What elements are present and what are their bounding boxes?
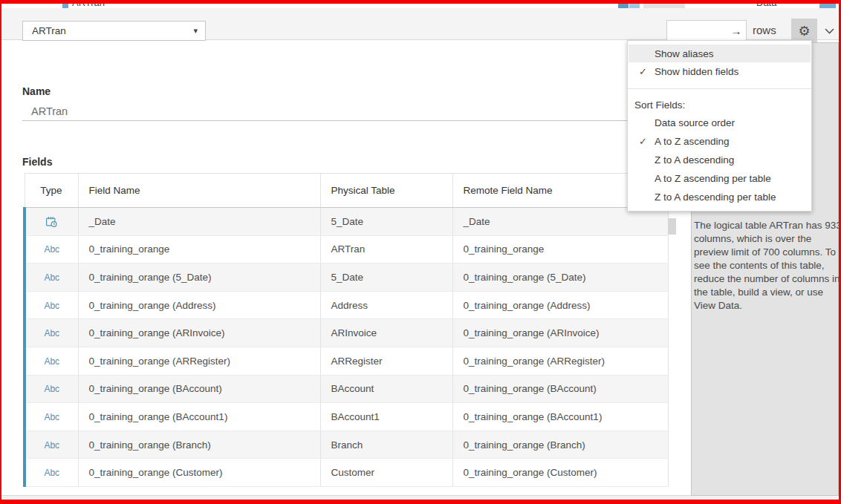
dropdown-caret-icon: ▾ [193,26,198,36]
type-cell: Abc [25,403,78,431]
string-type-icon: Abc [44,412,59,422]
physical-table-cell: ARInvoice [320,319,452,347]
remote-field-name-cell: 0_training_orange (ARInvoice) [452,319,668,347]
go-to-row-field[interactable]: → [666,20,747,42]
table-row[interactable]: Abc0_training_orangeARTran0_training_ora… [25,235,668,264]
string-type-icon: Abc [44,272,59,283]
field-name-cell: 0_training_orange (BAccount) [78,375,320,403]
gear-icon: ⚙ [798,24,810,38]
table-row[interactable]: Abc0_training_orange (Branch)Branch0_tra… [25,431,668,459]
collapse-preview-button[interactable] [819,19,839,44]
menu-item-show-hidden-fields[interactable]: ✓Show hidden fields [629,62,811,80]
checkmark-icon: ✓ [629,66,655,77]
string-type-icon: Abc [44,244,59,255]
physical-table-cell: ARRegister [320,347,452,375]
physical-table-cell: 5_Date [320,264,452,292]
physical-table-cell: BAccount [320,375,452,403]
menu-item-data-source-order[interactable]: Data source order [629,114,811,132]
settings-menu: Show aliases✓Show hidden fields Sort Fie… [627,40,812,212]
physical-table-cell: BAccount1 [320,403,452,431]
go-to-row-input[interactable] [667,21,727,41]
field-name-cell: 0_training_orange (BAccount1) [78,403,320,431]
menu-item-label: Z to A descending [655,154,734,166]
menu-item-label: Show aliases [655,48,714,59]
type-cell: Abc [25,459,78,487]
rows-label: rows [753,24,776,36]
field-name-cell: 0_training_orange (ARRegister) [78,347,320,375]
datetime-type-icon [45,216,58,228]
checkmark-icon: ✓ [629,136,655,147]
tableau-edit-logical-table-dialog: ARTran Data ARTran ▾ → rows ⚙ Name ARTra… [0,0,841,504]
string-type-icon: Abc [44,356,59,367]
menu-item-show-aliases[interactable]: Show aliases [629,45,811,62]
chevron-down-icon [825,28,834,34]
name-input-underline [22,120,666,121]
table-row[interactable]: Abc0_training_orange (ARRegister)ARRegis… [25,347,668,375]
remote-field-name-cell: 0_training_orange (Customer) [452,459,668,487]
table-row[interactable]: Abc0_training_orange (Address)Address0_t… [25,291,668,319]
type-cell: Abc [25,431,78,459]
physical-table-cell: Branch [320,431,452,459]
table-row[interactable]: Abc0_training_orange (Customer)Customer0… [25,459,668,487]
menu-item-z-to-a-descending[interactable]: Z to A descending [629,151,811,169]
menu-divider [628,88,811,89]
remote-field-name-cell: 0_training_orange (Branch) [452,431,668,459]
field-name-cell: 0_training_orange (Address) [78,291,320,319]
string-type-icon: Abc [44,384,59,394]
string-type-icon: Abc [44,440,59,451]
type-cell [25,208,78,236]
fields-table: Type Field Name Physical Table Remote Fi… [23,173,669,487]
field-name-cell: 0_training_orange [78,235,320,264]
physical-table-cell: ARTran [320,235,452,264]
menu-item-z-to-a-descending-per-table[interactable]: Z to A descending per table [629,188,811,206]
header-field-name: Field Name [78,174,320,208]
menu-item-label: Data source order [655,117,735,128]
type-cell: Abc [25,375,78,403]
string-type-icon: Abc [44,301,59,311]
menu-item-label: Show hidden fields [655,66,738,77]
go-to-row-arrow-icon[interactable]: → [727,24,746,37]
menu-item-label: A to Z ascending per table [655,173,771,184]
menu-item-label: A to Z ascending [655,136,730,147]
remote-field-name-cell: 0_training_orange [452,235,668,264]
remote-field-name-cell: 0_training_orange (ARRegister) [452,347,668,375]
string-type-icon: Abc [44,328,59,338]
table-vertical-scrollbar[interactable] [668,218,676,235]
field-name-cell: _Date [78,208,320,236]
remote-field-name-cell: 0_training_orange (BAccount) [452,375,668,403]
sort-fields-section-label: Sort Fields: [628,96,811,114]
table-row[interactable]: _Date5_Date_Date [25,208,668,236]
remote-field-name-cell: _Date [452,208,668,236]
menu-item-a-to-z-ascending[interactable]: ✓A to Z ascending [629,132,811,151]
table-name-input[interactable]: ARTran [31,105,68,117]
table-selector-value: ARTran [32,25,66,36]
table-selector-dropdown[interactable]: ARTran ▾ [22,21,206,41]
settings-menu-sort-group: Data source order✓A to Z ascendingZ to A… [628,114,811,206]
settings-menu-toggle-group: Show aliases✓Show hidden fields [628,45,811,80]
capture-frame-top [0,0,841,4]
type-cell: Abc [25,235,78,264]
table-row[interactable]: Abc0_training_orange (BAccount1)BAccount… [25,403,668,431]
header-physical-table: Physical Table [320,174,452,208]
type-cell: Abc [25,291,78,319]
menu-item-a-to-z-ascending-per-table[interactable]: A to Z ascending per table [629,169,811,188]
dialog-toolbar: ARTran ▾ → rows ⚙ [0,8,841,40]
fields-table-body: _Date5_Date_DateAbc0_training_orangeARTr… [25,208,668,487]
capture-frame-bottom [0,500,841,504]
field-name-cell: 0_training_orange (Branch) [78,431,320,459]
name-label: Name [22,85,51,97]
remote-field-name-cell: 0_training_orange (BAccount1) [452,403,668,431]
field-name-cell: 0_training_orange (Customer) [78,459,320,487]
field-name-cell: 0_training_orange (ARInvoice) [78,319,320,347]
physical-table-cell: 5_Date [320,208,452,236]
table-row[interactable]: Abc0_training_orange (ARInvoice)ARInvoic… [25,319,668,347]
table-row[interactable]: Abc0_training_orange (5_Date)5_Date0_tra… [25,264,668,292]
fields-label: Fields [22,156,52,168]
type-cell: Abc [25,319,78,347]
type-cell: Abc [25,347,78,375]
header-type: Type [25,174,78,208]
remote-field-name-cell: 0_training_orange (5_Date) [452,264,668,292]
string-type-icon: Abc [44,468,59,478]
type-cell: Abc [25,264,78,292]
table-row[interactable]: Abc0_training_orange (BAccount)BAccount0… [25,375,668,403]
